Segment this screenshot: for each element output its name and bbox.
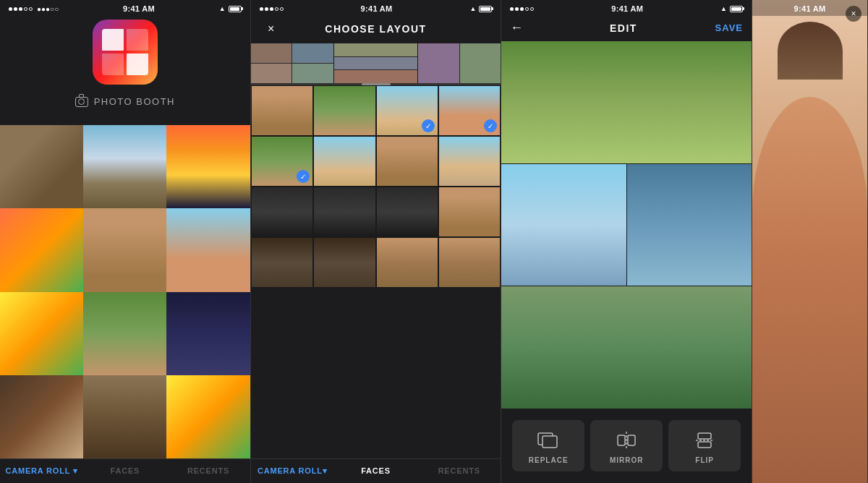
photo-cell-yellow-flowers[interactable]: [166, 375, 250, 458]
photo-dog: [0, 125, 83, 208]
photo-cell-hat[interactable]: [166, 208, 250, 291]
logo-cell-bl: [102, 54, 124, 75]
logo-cell-br: [127, 54, 148, 75]
status-time-1: 9:41 AM: [123, 4, 155, 13]
tab-faces-2[interactable]: FACES: [334, 459, 417, 483]
tab-recents-1[interactable]: RECENTS: [166, 459, 250, 483]
photo-bg-s2-selfie3: [439, 187, 500, 236]
photo-s2-girls2[interactable]: [438, 237, 501, 288]
photo-cell-selfie[interactable]: [83, 208, 166, 291]
photo-booth-label: PHOTO BOOTH: [75, 96, 175, 107]
replace-button[interactable]: REPLACE: [512, 420, 584, 471]
mirror-button[interactable]: MIRROR: [590, 420, 663, 471]
signal-dot: [14, 7, 17, 11]
photo-cell-landscape[interactable]: [83, 125, 166, 208]
logo-area: PHOTO BOOTH: [0, 16, 250, 125]
mirror-icon: [615, 430, 638, 450]
save-button-3[interactable]: SAVE: [715, 22, 743, 33]
photo-s2-group3[interactable]: [313, 187, 375, 237]
svg-rect-4: [628, 435, 635, 445]
selected-badge-1: ✓: [422, 119, 435, 132]
photo-s2-beach1[interactable]: ✓: [376, 85, 438, 136]
photo-s2-group4[interactable]: [376, 187, 438, 237]
signal-dot-2c: [270, 7, 273, 11]
logo-inner: [102, 29, 148, 75]
replace-label: REPLACE: [529, 456, 569, 464]
status-right-3: ▲: [720, 5, 743, 12]
photo-cell-puppy[interactable]: [83, 375, 166, 458]
photo-bg-s2-person4: [439, 137, 500, 186]
signal-dots-2: [260, 7, 284, 11]
photo-s2-selfie3[interactable]: [438, 187, 501, 237]
mirror-label: MIRROR: [610, 456, 644, 464]
edit-photo-cell-3[interactable]: [627, 164, 752, 286]
replace-icon: [537, 430, 560, 450]
photo-s2-selfie1[interactable]: [251, 85, 313, 136]
lt2-cell2: [334, 57, 417, 70]
photo-cell-sunset[interactable]: [166, 125, 250, 208]
layout-thumb-2[interactable]: [334, 43, 417, 83]
layout-thumb-1[interactable]: [251, 43, 334, 83]
flip-button[interactable]: FLIP: [668, 420, 741, 471]
status-right-2: ▲: [469, 5, 492, 12]
photo-s2-group1[interactable]: [313, 85, 375, 136]
layout-rows: [251, 43, 501, 83]
edit-photo-cell-1[interactable]: [501, 41, 752, 163]
tab-camera-roll-1[interactable]: CAMERA ROLL ▾: [0, 459, 83, 483]
photo-row-2: [0, 208, 250, 291]
battery-fill-1: [230, 7, 240, 11]
flip-icon: [693, 430, 716, 450]
photo-s2-girls1[interactable]: [376, 237, 438, 288]
photo-bg-s2-group1: [314, 86, 375, 135]
photo-cell-flowers[interactable]: [0, 292, 83, 375]
edit-photo-row-2: [501, 164, 752, 286]
photo-cell-coffee[interactable]: [0, 375, 83, 458]
tab-recents-2[interactable]: RECENTS: [417, 459, 501, 483]
photo-row-s2-4: [251, 237, 501, 288]
camera-icon: [75, 97, 88, 107]
tab-camera-roll-2[interactable]: CAMERA ROLL▾: [251, 459, 334, 483]
signal-dot-3e: [530, 7, 534, 11]
photo-cell-fruits[interactable]: [0, 208, 83, 291]
photo-s2-bar2[interactable]: [313, 237, 375, 288]
photo-row-s2-3: [251, 187, 501, 237]
photo-bg-s2-group3: [314, 187, 375, 236]
back-button-3[interactable]: ←: [510, 20, 532, 35]
lt1-cell1: [251, 43, 292, 63]
status-time-4: 9:41 AM: [794, 4, 826, 13]
signal-dot: [19, 7, 22, 11]
photo-selfie: [83, 208, 166, 291]
photo-row-s2-2: ✓: [251, 136, 501, 187]
photo-bg-s2-group2: [252, 187, 312, 236]
tab-faces-1[interactable]: FACES: [83, 459, 166, 483]
photo-s2-person3[interactable]: ✓: [438, 85, 501, 136]
photo-s2-outdoor2[interactable]: ✓: [251, 136, 313, 187]
close-button-4[interactable]: ×: [846, 6, 861, 22]
photo-grid-s2: ✓ ✓ ✓: [251, 85, 501, 458]
photo-puppy: [83, 375, 166, 458]
edit-photo-bg-3: [627, 164, 752, 286]
partial-photo: [752, 0, 867, 483]
app-logo: [93, 20, 158, 85]
edit-photo-cell-2[interactable]: [501, 164, 626, 286]
photo-cell-person-outdoor[interactable]: [83, 292, 166, 375]
photo-s2-group2[interactable]: [251, 187, 313, 237]
photo-bg-s2-girls2: [439, 238, 500, 287]
close-button-2[interactable]: ×: [263, 20, 280, 38]
edit-photo-cell-4[interactable]: [501, 286, 752, 409]
photo-s2-person4[interactable]: [438, 136, 501, 187]
photo-cell-dog[interactable]: [0, 125, 83, 208]
status-left-3: [510, 7, 534, 11]
battery-fill-2: [480, 7, 490, 11]
photo-cell-night[interactable]: [166, 292, 250, 375]
photo-s2-bar1[interactable]: [251, 237, 313, 288]
photo-s2-beach2[interactable]: [313, 136, 375, 187]
status-bar-3: 9:41 AM ▲: [501, 0, 752, 16]
photo-bg-s2-girls1: [377, 238, 438, 287]
photo-s2-selfie2[interactable]: [376, 136, 438, 187]
svg-rect-7: [698, 442, 711, 448]
photo-row-4: [0, 375, 250, 458]
signal-dots-3: [510, 7, 534, 11]
photo-booth-text: PHOTO BOOTH: [94, 96, 175, 107]
layout-thumb-3[interactable]: [418, 43, 501, 83]
